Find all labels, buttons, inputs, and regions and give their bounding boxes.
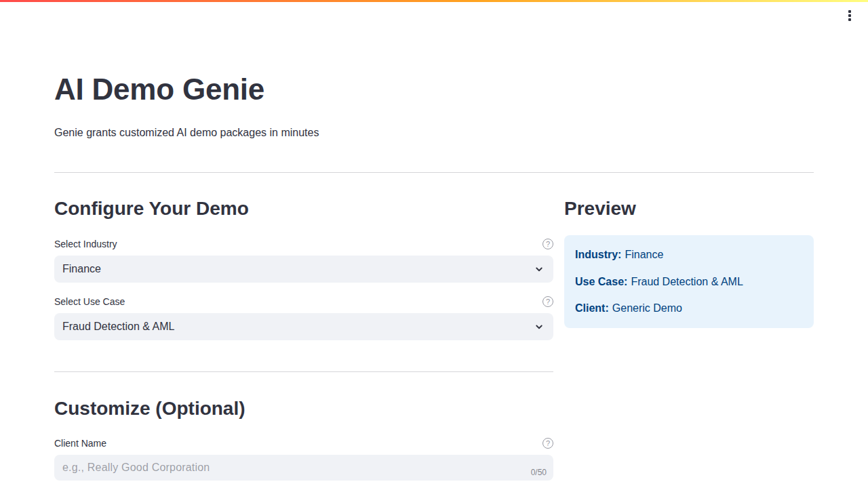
char-counter: 0/50	[531, 468, 547, 477]
client-name-label: Client Name	[54, 436, 106, 451]
industry-label: Select Industry	[54, 237, 117, 251]
industry-selectbox[interactable]: Finance	[54, 256, 553, 283]
preview-info-box: Industry:Finance Use Case:Fraud Detectio…	[564, 235, 814, 328]
preview-use-case-label: Use Case:	[575, 276, 627, 287]
main-content: AI Demo Genie Genie grants customized AI…	[54, 0, 814, 481]
industry-label-row: Select Industry	[54, 237, 553, 251]
customize-heading: Customize (Optional)	[54, 397, 553, 420]
preview-client-label: Client:	[575, 302, 609, 314]
industry-select-widget: Select Industry Finance	[54, 237, 553, 283]
client-name-input[interactable]	[54, 455, 553, 481]
preview-client-row: Client:Generic Demo	[575, 300, 803, 317]
industry-selected-value: Finance	[62, 263, 101, 275]
preview-industry-value: Finance	[625, 249, 663, 260]
preview-heading: Preview	[564, 197, 814, 220]
page-title: AI Demo Genie	[54, 72, 814, 108]
main-menu-button[interactable]	[840, 5, 860, 26]
columns-layout: Configure Your Demo Select Industry Fina…	[54, 197, 814, 480]
help-icon[interactable]	[542, 438, 553, 449]
preview-industry-label: Industry:	[575, 249, 621, 260]
chevron-down-icon	[533, 263, 545, 275]
client-name-widget: Client Name 0/50	[54, 436, 553, 481]
client-name-input-wrap: 0/50	[54, 455, 553, 481]
kebab-menu-icon	[848, 10, 851, 21]
use-case-selected-value: Fraud Detection & AML	[62, 321, 174, 333]
use-case-select-widget: Select Use Case Fraud Detection & AML	[54, 295, 553, 340]
configure-column: Configure Your Demo Select Industry Fina…	[54, 197, 553, 480]
preview-industry-row: Industry:Finance	[575, 246, 803, 264]
preview-client-value: Generic Demo	[612, 302, 682, 314]
page-subtitle: Genie grants customized AI demo packages…	[54, 124, 814, 142]
use-case-selectbox[interactable]: Fraud Detection & AML	[54, 313, 553, 340]
help-icon[interactable]	[542, 296, 553, 307]
help-icon[interactable]	[542, 239, 553, 249]
header-divider	[54, 172, 814, 173]
section-divider	[54, 371, 553, 372]
use-case-label: Select Use Case	[54, 295, 125, 309]
use-case-label-row: Select Use Case	[54, 295, 553, 309]
preview-column: Preview Industry:Finance Use Case:Fraud …	[564, 197, 814, 480]
chevron-down-icon	[533, 321, 545, 333]
configure-heading: Configure Your Demo	[54, 197, 553, 220]
client-name-label-row: Client Name	[54, 436, 553, 451]
preview-use-case-value: Fraud Detection & AML	[631, 276, 743, 287]
preview-use-case-row: Use Case:Fraud Detection & AML	[575, 273, 803, 291]
toolbar	[840, 5, 860, 26]
